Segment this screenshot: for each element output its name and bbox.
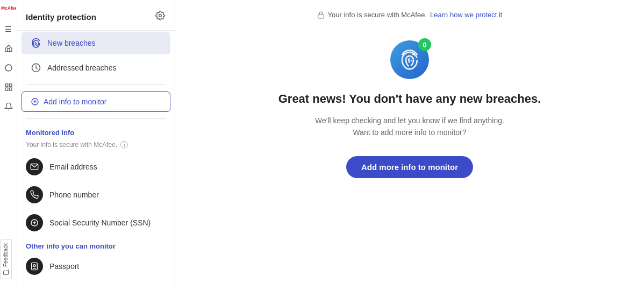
circle-nav-icon[interactable] (1, 60, 16, 75)
secure-banner: Your info is secure with McAfee. Learn h… (317, 11, 503, 19)
monitored-section-label: Monitored info (17, 123, 175, 139)
clock-nav-icon (30, 62, 42, 74)
secure-note: Your info is secure with McAfee. i (17, 139, 175, 153)
svg-rect-2 (5, 84, 8, 87)
main-title: Great news! You don't have any new breac… (278, 92, 541, 106)
subtitle-line2: Want to add more info to monitor? (315, 126, 504, 138)
svg-rect-5 (9, 88, 12, 90)
phone-label: Phone number (49, 190, 99, 199)
add-info-label: Add info to monitor (44, 97, 107, 106)
phone-icon (26, 186, 43, 203)
divider-2 (26, 118, 166, 119)
main-content: Your info is secure with McAfee. Learn h… (175, 0, 644, 290)
monitored-item-passport[interactable]: Passport (17, 252, 175, 280)
passport-label: Passport (49, 262, 79, 271)
svg-rect-4 (5, 88, 8, 90)
feedback-label: Feedback (3, 243, 9, 267)
bell-icon[interactable] (1, 99, 16, 114)
monitored-item-email[interactable]: Email address (17, 153, 175, 181)
menu-icon[interactable]: ☰ (1, 22, 16, 37)
mcafee-logo: McAfee (1, 4, 16, 13)
email-icon (26, 158, 43, 175)
svg-text:McAfee: McAfee (1, 5, 16, 11)
add-info-button[interactable]: Add info to monitor (22, 91, 170, 112)
apps-icon[interactable] (1, 80, 16, 95)
sidebar-title: Identity protection (26, 12, 96, 22)
svg-point-6 (159, 15, 162, 17)
home-icon[interactable] (1, 41, 16, 56)
monitored-item-phone[interactable]: Phone number (17, 181, 175, 209)
feedback-button[interactable]: Feedback (0, 239, 12, 279)
other-section-label: Other info you can monitor (17, 237, 175, 252)
svg-point-14 (33, 265, 35, 267)
fingerprint-icon (398, 48, 421, 71)
settings-button[interactable] (154, 10, 166, 24)
sidebar-item-new-breaches[interactable]: New breaches (22, 32, 170, 54)
svg-rect-15 (318, 15, 324, 18)
main-subtitle: We'll keep checking and let you know if … (315, 115, 504, 139)
breach-count-badge: 0 (418, 38, 431, 51)
ssn-label: Social Security Number (SSN) (49, 218, 151, 227)
new-breaches-label: New breaches (47, 39, 96, 47)
add-more-info-button[interactable]: Add more info to monitor (346, 156, 473, 178)
fingerprint-nav-icon (30, 37, 42, 49)
learn-how-link[interactable]: Learn how we protect it (430, 11, 502, 19)
svg-point-1 (5, 65, 12, 71)
email-label: Email address (49, 162, 97, 171)
passport-icon (26, 258, 43, 275)
sidebar: Identity protection New breaches (17, 0, 175, 290)
divider-1 (26, 84, 166, 85)
addressed-breaches-label: Addressed breaches (47, 63, 116, 72)
sidebar-header: Identity protection (17, 0, 175, 31)
secure-banner-text: Your info is secure with McAfee. (328, 11, 427, 19)
svg-rect-3 (9, 84, 12, 87)
breach-icon-container: 0 (390, 40, 429, 79)
monitored-item-ssn[interactable]: Social Security Number (SSN) (17, 209, 175, 237)
sidebar-item-addressed-breaches[interactable]: Addressed breaches (22, 56, 170, 79)
ssn-icon (26, 214, 43, 231)
info-icon[interactable]: i (120, 141, 128, 148)
subtitle-line1: We'll keep checking and let you know if … (315, 115, 504, 126)
